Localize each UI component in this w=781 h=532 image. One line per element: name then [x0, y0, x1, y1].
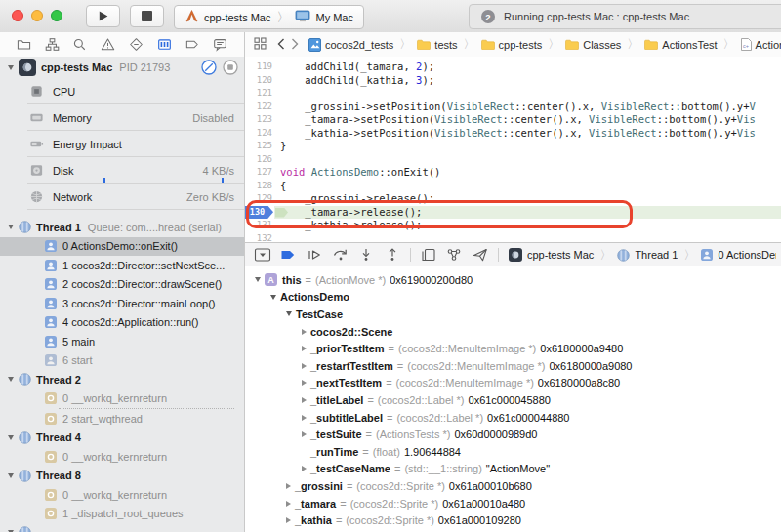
disclosure-right-icon[interactable]	[286, 517, 291, 523]
stack-frame-row[interactable]: 1 cocos2d::Director::setNextSce...	[0, 256, 244, 275]
variable-row[interactable]: _subtitleLabel=(cocos2d::Label *)0x61c00…	[245, 409, 781, 427]
variable-row[interactable]: ActionsDemo	[245, 289, 781, 307]
breadcrumb-item[interactable]: ActionsTest	[644, 39, 717, 51]
variable-row[interactable]: _kathia=(cocos2d::Sprite *)0x61a00010928…	[245, 512, 781, 529]
breadcrumb-item[interactable]: c+ActionsTest	[741, 38, 781, 51]
step-into-button[interactable]	[354, 245, 380, 265]
line-number[interactable]: 128	[247, 180, 272, 193]
variable-row[interactable]: _restartTestItem=(cocos2d::MenuItemImage…	[245, 357, 781, 375]
code-area[interactable]: 119 addChild(_tamara, 2);120 addChild(_k…	[245, 57, 781, 242]
stack-frame-row[interactable]: 0 __workq_kernreturn	[0, 389, 244, 409]
step-over-button[interactable]	[328, 245, 353, 265]
code-line[interactable]: 120 addChild(_kathia, 3);	[245, 74, 781, 88]
disclosure-right-icon[interactable]	[302, 397, 307, 403]
disclosure-down-icon[interactable]	[270, 295, 276, 300]
thread-row[interactable]: Thread 2	[0, 370, 244, 389]
related-items-icon[interactable]	[254, 37, 267, 52]
stack-frame-row[interactable]: 2 cocos2d::Director::drawScene()	[0, 275, 244, 295]
line-number[interactable]: 130	[245, 206, 273, 220]
code-line[interactable]: 124 _kathia->setPosition(VisibleRect::ce…	[245, 127, 781, 141]
disclosure-down-icon[interactable]	[255, 277, 261, 282]
code-line[interactable]: 123 _tamara->setPosition(VisibleRect::ce…	[245, 113, 781, 127]
memory-graph-button[interactable]	[442, 245, 468, 265]
disclosure-right-icon[interactable]	[302, 415, 307, 421]
breadcrumb-item[interactable]: tests	[417, 39, 457, 51]
disclosure-down-icon[interactable]	[8, 473, 14, 478]
thread-row[interactable]: Thread 8	[0, 467, 244, 486]
navigator-tab-find[interactable]	[69, 34, 91, 56]
breadcrumb-item[interactable]: cocos2d_tests	[308, 38, 393, 52]
line-number[interactable]: 122	[247, 101, 272, 114]
thread-row[interactable]: Thread 1Queue: com....hread (serial)	[0, 218, 244, 237]
scheme-destination[interactable]: My Mac	[315, 12, 353, 23]
disclosure-down-icon[interactable]	[8, 435, 14, 440]
gauge-row-network[interactable]: NetworkZero KB/s	[0, 184, 244, 210]
pane-divider[interactable]	[244, 32, 245, 532]
line-number[interactable]: 126	[247, 153, 272, 167]
code-line[interactable]: 121	[245, 87, 781, 101]
stack-frame-row[interactable]: 0 __workq_kernreturn	[0, 485, 244, 505]
continue-button[interactable]	[302, 245, 327, 265]
gauge-row-disk[interactable]: Disk4 KB/s	[0, 157, 244, 184]
navigator-tab-issues[interactable]	[98, 34, 119, 56]
source-editor[interactable]: 119 addChild(_tamara, 2);120 addChild(_k…	[245, 57, 781, 242]
code-line[interactable]: 129 _grossini->release();	[245, 192, 781, 206]
variable-row[interactable]: _testCaseName=(std::__1::string)"ActionM…	[245, 461, 781, 478]
line-number[interactable]: 125	[247, 140, 272, 153]
disclosure-down-icon[interactable]	[8, 225, 14, 229]
run-button[interactable]	[86, 5, 120, 27]
close-window-button[interactable]	[12, 10, 23, 21]
navigator-tab-breakpoints[interactable]	[182, 34, 203, 56]
navigator-tab-project[interactable]	[13, 34, 34, 56]
variable-row[interactable]: Athis=(ActionMove *)0x619000200d80	[245, 271, 781, 289]
code-line[interactable]: 122 _grossini->setPosition(VisibleRect::…	[245, 101, 781, 114]
stack-frame-row[interactable]: 0 __workq_kernreturn	[0, 447, 244, 467]
stack-frame-row[interactable]: 4 cocos2d::Application::run()	[0, 313, 244, 333]
zoom-window-button[interactable]	[51, 10, 62, 21]
variable-row[interactable]: _grossini=(cocos2d::Sprite *)0x61a00010b…	[245, 477, 781, 495]
line-number[interactable]: 131	[247, 219, 272, 232]
thread-row[interactable]: Thread 4	[0, 429, 244, 448]
disclosure-right-icon[interactable]	[302, 363, 307, 369]
view-hierarchy-button[interactable]	[416, 245, 441, 265]
go-back-icon[interactable]	[277, 38, 285, 52]
stack-frame-row[interactable]: 6 start	[0, 351, 244, 371]
gauge-row-memory[interactable]: MemoryDisabled	[0, 104, 244, 131]
code-line[interactable]: 128{	[245, 180, 781, 193]
line-number[interactable]: 119	[247, 61, 272, 74]
variable-row[interactable]: _nextTestItem=(cocos2d::MenuItemImage *)…	[245, 375, 781, 392]
current-line[interactable]: 130 _tamara->release();	[245, 206, 781, 220]
line-number[interactable]: 124	[247, 127, 272, 141]
disclosure-right-icon[interactable]	[286, 501, 291, 507]
variable-row[interactable]: _priorTestItem=(cocos2d::MenuItemImage *…	[245, 340, 781, 357]
disclosure-down-icon[interactable]	[8, 65, 14, 70]
disclosure-right-icon[interactable]	[302, 329, 307, 335]
navigator-tab-reports[interactable]	[210, 34, 231, 56]
code-line[interactable]: 127void ActionsDemo::onExit()	[245, 166, 781, 180]
stack-frame-row[interactable]: 3 cocos2d::Director::mainLoop()	[0, 294, 244, 313]
scheme-selector[interactable]: cpp-tests Mac 〉 My Mac	[174, 5, 364, 29]
gauge-row-energy-impact[interactable]: Energy Impact	[0, 131, 244, 157]
thread-row[interactable]	[0, 523, 244, 532]
line-number[interactable]: 127	[247, 166, 272, 180]
navigator-tab-symbols[interactable]	[41, 34, 62, 56]
disclosure-down-icon[interactable]	[286, 311, 292, 316]
running-count-badge[interactable]: 2	[481, 10, 495, 23]
variable-row[interactable]: _tamara=(cocos2d::Sprite *)0x61a00010a48…	[245, 495, 781, 512]
variable-row[interactable]: TestCase	[245, 306, 781, 323]
navigator-tab-debug[interactable]	[153, 34, 175, 56]
breadcrumb-item[interactable]: Classes	[565, 39, 621, 51]
variable-row[interactable]: _runTime=(float)1.90644884	[245, 443, 781, 461]
hide-debug-area-button[interactable]	[250, 245, 275, 265]
debug-jump-bar[interactable]: cpp-tests Mac〉Thread 1〉0 ActionsDemo	[509, 247, 776, 264]
go-forward-icon[interactable]	[291, 38, 299, 52]
simulate-location-button[interactable]	[468, 245, 493, 265]
disclosure-down-icon[interactable]	[8, 377, 14, 382]
code-line[interactable]: 132	[245, 232, 781, 243]
disclosure-right-icon[interactable]	[286, 483, 291, 489]
disclosure-right-icon[interactable]	[302, 346, 307, 351]
line-number[interactable]: 121	[247, 87, 272, 101]
line-number[interactable]: 132	[247, 232, 272, 243]
minimize-window-button[interactable]	[31, 10, 43, 21]
navigator-tab-tests[interactable]	[125, 34, 146, 56]
